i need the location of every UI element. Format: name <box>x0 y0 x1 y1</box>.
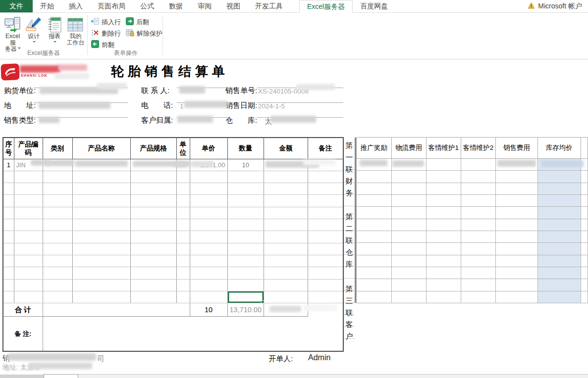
field-label-order-no: 销售单号: <box>225 86 257 95</box>
table-row[interactable] <box>3 267 343 279</box>
copy-strip-char: 一 <box>344 153 354 162</box>
my-workbench-label2: 工作台 <box>66 40 85 46</box>
copy-strip-char: 第 <box>344 141 354 150</box>
copy-strip-char: 财 <box>344 177 354 186</box>
copy-strip-char: 客 <box>344 320 354 330</box>
tab-home[interactable]: 开始 <box>33 0 61 12</box>
report-icon <box>45 16 64 33</box>
logo-caption: SHANXI LON <box>21 74 47 77</box>
ribbon-group-excel-server: Excel服 务器 设计 报表 <box>1 13 86 59</box>
table-row[interactable] <box>357 267 588 279</box>
design-button[interactable]: 设计 <box>24 15 43 53</box>
table-row[interactable] <box>3 291 343 303</box>
note-value-cell[interactable] <box>43 317 343 352</box>
excel-server-button[interactable]: Excel服 务器 <box>3 15 22 53</box>
insert-row-button[interactable]: 插入行 <box>91 16 121 28</box>
copy-strip-char: 联 <box>344 236 354 245</box>
table-row[interactable] <box>357 255 588 267</box>
selected-cell[interactable] <box>227 291 264 303</box>
field-label-sale-type: 销售类型: <box>4 116 36 125</box>
tab-data[interactable]: 数据 <box>161 0 190 12</box>
design-icon <box>24 16 43 33</box>
next-page-button[interactable]: 后翻 <box>126 16 162 28</box>
table-row[interactable] <box>357 183 588 194</box>
tab-formulas[interactable]: 公式 <box>133 0 161 12</box>
account-area[interactable]: Microsoft 帐户 <box>528 0 588 12</box>
field-label-contact: 联 系 人: <box>141 86 170 95</box>
total-amount: 13,710.00 <box>227 303 264 317</box>
table-row[interactable] <box>357 171 588 183</box>
address-field[interactable] <box>34 93 128 103</box>
total-qty: 10 <box>190 303 227 317</box>
unprotect-label: 解除保护 <box>137 29 162 38</box>
table-row[interactable] <box>3 243 343 255</box>
ribbon-group-form-ops: 插入行 删除行 前翻 <box>89 13 162 59</box>
table-row[interactable] <box>357 291 588 303</box>
workbench-icon <box>66 16 85 33</box>
sale-type-field[interactable] <box>34 107 128 118</box>
table-row[interactable] <box>357 207 588 219</box>
table-row[interactable] <box>3 219 343 231</box>
field-label-warehouse: 仓 库: <box>225 116 257 125</box>
company-logo <box>0 63 19 80</box>
field-label-customer-owner: 客户归属: <box>141 116 173 125</box>
copy-strip-char: 联 <box>344 165 354 174</box>
tab-developer[interactable]: 开发工具 <box>248 0 290 12</box>
table-row[interactable] <box>3 195 343 207</box>
copy-strip-char: 户 <box>344 332 354 341</box>
table-row[interactable] <box>357 231 588 242</box>
tab-file[interactable]: 文件 <box>0 0 33 12</box>
copy-strip-char: 二 <box>344 224 354 234</box>
ribbon-separator <box>87 15 88 55</box>
tab-baidu-netdisk[interactable]: 百度网盘 <box>353 0 395 12</box>
tab-review[interactable]: 审阅 <box>190 0 219 12</box>
unlock-grid-icon <box>126 29 134 38</box>
worksheet[interactable]: SHANXI LON 轮胎销售结算单 购货单位: 联 系 人: 销售单号: 地 … <box>0 60 588 378</box>
copy-strip-char: 库 <box>344 260 354 269</box>
dropdown-caret-icon <box>53 41 56 44</box>
issuer-label: 开单人: <box>268 354 293 364</box>
prev-page-label: 前翻 <box>102 41 114 49</box>
sale-date-value: 2024-1-5 <box>258 102 285 110</box>
table-row[interactable] <box>3 255 343 267</box>
report-button-label: 报表 <box>45 33 64 40</box>
tab-insert[interactable]: 插入 <box>61 0 90 12</box>
note-row[interactable]: 备 注: <box>3 317 343 352</box>
table-row[interactable] <box>3 231 343 243</box>
sheet-tab-inactive[interactable] <box>0 375 44 378</box>
copy-strip-char: 务 <box>344 189 354 198</box>
arrow-left-icon <box>91 40 99 49</box>
delete-row-label: 删除行 <box>102 29 121 38</box>
copy-strip-char: 第 <box>344 212 354 222</box>
items-table[interactable]: 序号产品编码 类别产品名称 产品规格单位 单价数量 金额备注 1 JIN 1,3… <box>2 137 344 352</box>
delete-row-button[interactable]: 删除行 <box>91 28 121 39</box>
ribbon: Excel服 务器 设计 报表 <box>0 13 588 59</box>
insert-row-icon <box>91 17 99 27</box>
unprotect-button[interactable]: 解除保护 <box>126 28 162 39</box>
table-row[interactable] <box>3 183 343 195</box>
copy-strip-char: 三 <box>344 296 354 306</box>
my-workbench-button[interactable]: 我的 工作台 <box>66 15 85 53</box>
table-row[interactable] <box>357 194 588 206</box>
table-row[interactable] <box>357 279 588 291</box>
qty-cell[interactable]: 10 <box>227 159 264 171</box>
header-row: 序号产品编码 类别产品名称 产品规格单位 单价数量 金额备注 <box>3 138 343 159</box>
report-button[interactable]: 报表 <box>45 15 64 53</box>
tab-page-layout[interactable]: 页面布局 <box>90 0 133 12</box>
sheet-tab-strip <box>78 374 588 378</box>
table-row[interactable] <box>357 219 588 231</box>
table-row[interactable] <box>3 207 343 219</box>
tab-excel-server[interactable]: Excel服务器 <box>299 0 353 13</box>
tab-view[interactable]: 视图 <box>219 0 248 12</box>
arrow-right-icon <box>126 17 134 27</box>
sheet-tab-active[interactable] <box>44 374 78 378</box>
delete-row-icon <box>91 29 99 38</box>
field-label-sale-date: 销售日期: <box>225 101 257 110</box>
copy-strip-char: 仓 <box>344 248 354 257</box>
excel-server-button-label: Excel服 <box>3 33 22 46</box>
table-row[interactable] <box>3 171 343 183</box>
seq-cell[interactable]: 1 <box>3 159 14 171</box>
sheet-tab-bar[interactable] <box>0 374 588 378</box>
table-row[interactable] <box>357 243 588 255</box>
table-row[interactable] <box>3 279 343 291</box>
